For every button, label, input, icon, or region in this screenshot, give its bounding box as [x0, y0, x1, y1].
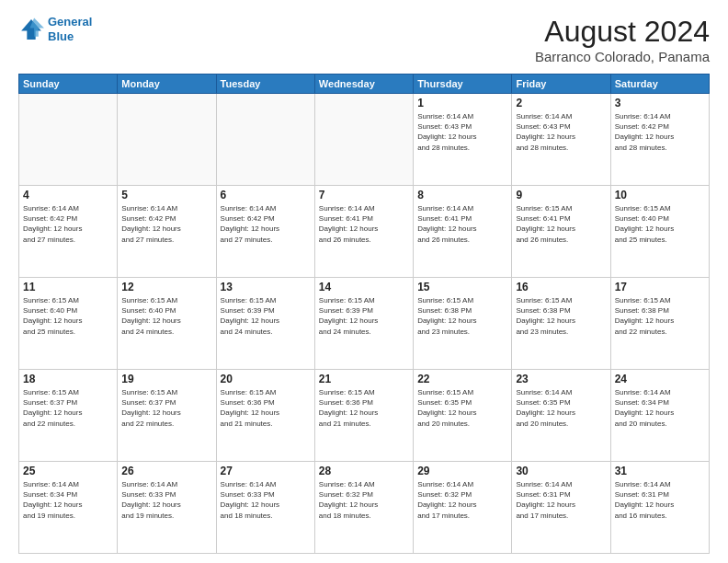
day-info: Sunrise: 6:15 AM Sunset: 6:39 PM Dayligh… — [221, 295, 311, 337]
day-cell: 14Sunrise: 6:15 AM Sunset: 6:39 PM Dayli… — [314, 278, 413, 370]
day-cell: 6Sunrise: 6:14 AM Sunset: 6:42 PM Daylig… — [216, 186, 314, 278]
logo-icon — [18, 17, 44, 42]
day-info: Sunrise: 6:15 AM Sunset: 6:40 PM Dayligh… — [23, 295, 113, 337]
day-number: 29 — [417, 465, 507, 477]
day-number: 28 — [319, 465, 409, 477]
day-number: 24 — [615, 373, 705, 385]
day-number: 1 — [417, 97, 507, 109]
day-info: Sunrise: 6:14 AM Sunset: 6:33 PM Dayligh… — [121, 479, 211, 521]
day-cell: 8Sunrise: 6:14 AM Sunset: 6:41 PM Daylig… — [414, 186, 512, 278]
day-info: Sunrise: 6:15 AM Sunset: 6:38 PM Dayligh… — [516, 295, 606, 337]
day-cell: 27Sunrise: 6:14 AM Sunset: 6:33 PM Dayli… — [216, 462, 314, 554]
day-cell: 31Sunrise: 6:14 AM Sunset: 6:31 PM Dayli… — [610, 462, 709, 554]
day-info: Sunrise: 6:14 AM Sunset: 6:42 PM Dayligh… — [221, 203, 311, 245]
day-info: Sunrise: 6:15 AM Sunset: 6:40 PM Dayligh… — [615, 203, 705, 245]
day-cell: 3Sunrise: 6:14 AM Sunset: 6:42 PM Daylig… — [610, 94, 709, 186]
day-cell: 29Sunrise: 6:14 AM Sunset: 6:32 PM Dayli… — [414, 462, 512, 554]
day-info: Sunrise: 6:15 AM Sunset: 6:39 PM Dayligh… — [319, 295, 409, 337]
day-info: Sunrise: 6:15 AM Sunset: 6:37 PM Dayligh… — [121, 387, 211, 429]
day-number: 5 — [121, 189, 211, 201]
day-info: Sunrise: 6:14 AM Sunset: 6:43 PM Dayligh… — [516, 111, 606, 153]
day-cell: 20Sunrise: 6:15 AM Sunset: 6:36 PM Dayli… — [216, 370, 314, 462]
day-info: Sunrise: 6:14 AM Sunset: 6:32 PM Dayligh… — [319, 479, 409, 521]
day-cell: 30Sunrise: 6:14 AM Sunset: 6:31 PM Dayli… — [512, 462, 610, 554]
day-cell: 22Sunrise: 6:15 AM Sunset: 6:35 PM Dayli… — [414, 370, 512, 462]
day-header-sunday: Sunday — [19, 75, 118, 94]
week-row-1: 4Sunrise: 6:14 AM Sunset: 6:42 PM Daylig… — [19, 186, 710, 278]
day-info: Sunrise: 6:14 AM Sunset: 6:33 PM Dayligh… — [221, 479, 311, 521]
week-row-3: 18Sunrise: 6:15 AM Sunset: 6:37 PM Dayli… — [19, 370, 710, 462]
day-number: 21 — [319, 373, 409, 385]
day-number: 2 — [516, 97, 606, 109]
day-cell: 25Sunrise: 6:14 AM Sunset: 6:34 PM Dayli… — [19, 462, 118, 554]
day-cell: 1Sunrise: 6:14 AM Sunset: 6:43 PM Daylig… — [414, 94, 512, 186]
day-cell: 24Sunrise: 6:14 AM Sunset: 6:34 PM Dayli… — [610, 370, 709, 462]
week-row-0: 1Sunrise: 6:14 AM Sunset: 6:43 PM Daylig… — [19, 94, 710, 186]
day-number: 15 — [417, 281, 507, 293]
day-info: Sunrise: 6:15 AM Sunset: 6:38 PM Dayligh… — [615, 295, 705, 337]
day-cell: 13Sunrise: 6:15 AM Sunset: 6:39 PM Dayli… — [216, 278, 314, 370]
calendar-title: August 2024 — [535, 15, 710, 49]
day-number: 12 — [121, 281, 211, 293]
day-info: Sunrise: 6:14 AM Sunset: 6:41 PM Dayligh… — [319, 203, 409, 245]
day-cell: 16Sunrise: 6:15 AM Sunset: 6:38 PM Dayli… — [512, 278, 610, 370]
day-number: 7 — [319, 189, 409, 201]
day-cell — [314, 94, 413, 186]
day-number: 19 — [121, 373, 211, 385]
day-cell — [118, 94, 216, 186]
day-info: Sunrise: 6:15 AM Sunset: 6:37 PM Dayligh… — [23, 387, 113, 429]
day-number: 31 — [615, 465, 705, 477]
day-cell: 17Sunrise: 6:15 AM Sunset: 6:38 PM Dayli… — [610, 278, 709, 370]
day-cell: 23Sunrise: 6:14 AM Sunset: 6:35 PM Dayli… — [512, 370, 610, 462]
day-header-monday: Monday — [118, 75, 216, 94]
logo-line1: General — [48, 15, 92, 29]
day-header-friday: Friday — [512, 75, 610, 94]
day-cell: 10Sunrise: 6:15 AM Sunset: 6:40 PM Dayli… — [610, 186, 709, 278]
day-cell: 2Sunrise: 6:14 AM Sunset: 6:43 PM Daylig… — [512, 94, 610, 186]
day-number: 25 — [23, 465, 113, 477]
logo-text: General Blue — [48, 15, 92, 43]
day-cell: 5Sunrise: 6:14 AM Sunset: 6:42 PM Daylig… — [118, 186, 216, 278]
day-number: 3 — [615, 97, 705, 109]
day-number: 27 — [221, 465, 311, 477]
day-info: Sunrise: 6:14 AM Sunset: 6:31 PM Dayligh… — [516, 479, 606, 521]
day-number: 9 — [516, 189, 606, 201]
day-header-saturday: Saturday — [610, 75, 709, 94]
day-info: Sunrise: 6:14 AM Sunset: 6:41 PM Dayligh… — [417, 203, 507, 245]
day-cell: 9Sunrise: 6:15 AM Sunset: 6:41 PM Daylig… — [512, 186, 610, 278]
day-number: 4 — [23, 189, 113, 201]
day-cell: 26Sunrise: 6:14 AM Sunset: 6:33 PM Dayli… — [118, 462, 216, 554]
day-number: 11 — [23, 281, 113, 293]
day-info: Sunrise: 6:14 AM Sunset: 6:42 PM Dayligh… — [121, 203, 211, 245]
day-cell: 4Sunrise: 6:14 AM Sunset: 6:42 PM Daylig… — [19, 186, 118, 278]
day-cell: 15Sunrise: 6:15 AM Sunset: 6:38 PM Dayli… — [414, 278, 512, 370]
day-cell: 12Sunrise: 6:15 AM Sunset: 6:40 PM Dayli… — [118, 278, 216, 370]
calendar-table: SundayMondayTuesdayWednesdayThursdayFrid… — [18, 74, 710, 554]
day-number: 18 — [23, 373, 113, 385]
day-cell: 18Sunrise: 6:15 AM Sunset: 6:37 PM Dayli… — [19, 370, 118, 462]
day-number: 13 — [221, 281, 311, 293]
day-cell: 28Sunrise: 6:14 AM Sunset: 6:32 PM Dayli… — [314, 462, 413, 554]
day-info: Sunrise: 6:14 AM Sunset: 6:35 PM Dayligh… — [516, 387, 606, 429]
day-number: 20 — [221, 373, 311, 385]
day-info: Sunrise: 6:14 AM Sunset: 6:34 PM Dayligh… — [23, 479, 113, 521]
day-number: 6 — [221, 189, 311, 201]
day-info: Sunrise: 6:14 AM Sunset: 6:32 PM Dayligh… — [417, 479, 507, 521]
day-number: 23 — [516, 373, 606, 385]
title-block: August 2024 Barranco Colorado, Panama — [535, 15, 710, 64]
day-info: Sunrise: 6:15 AM Sunset: 6:36 PM Dayligh… — [319, 387, 409, 429]
header: General Blue August 2024 Barranco Colora… — [18, 15, 710, 64]
day-header-wednesday: Wednesday — [314, 75, 413, 94]
logo: General Blue — [18, 15, 92, 43]
day-number: 22 — [417, 373, 507, 385]
day-number: 14 — [319, 281, 409, 293]
calendar-subtitle: Barranco Colorado, Panama — [535, 49, 710, 64]
day-info: Sunrise: 6:14 AM Sunset: 6:31 PM Dayligh… — [615, 479, 705, 521]
day-info: Sunrise: 6:15 AM Sunset: 6:40 PM Dayligh… — [121, 295, 211, 337]
page: General Blue August 2024 Barranco Colora… — [0, 0, 728, 563]
day-header-tuesday: Tuesday — [216, 75, 314, 94]
day-number: 8 — [417, 189, 507, 201]
day-number: 26 — [121, 465, 211, 477]
week-row-4: 25Sunrise: 6:14 AM Sunset: 6:34 PM Dayli… — [19, 462, 710, 554]
day-info: Sunrise: 6:15 AM Sunset: 6:36 PM Dayligh… — [221, 387, 311, 429]
